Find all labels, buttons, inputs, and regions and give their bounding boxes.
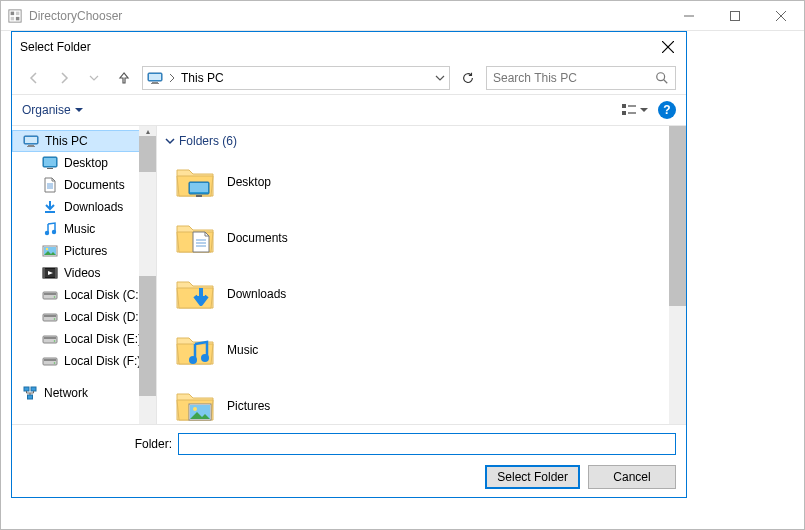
tree-scrollbar[interactable]: ▴ xyxy=(139,126,156,424)
tree-scroll-up-icon[interactable]: ▴ xyxy=(139,126,156,136)
svg-rect-6 xyxy=(731,11,740,20)
disk-icon xyxy=(42,309,58,325)
svg-rect-13 xyxy=(152,82,158,83)
svg-rect-26 xyxy=(44,158,56,166)
forward-button[interactable] xyxy=(52,66,76,90)
tree-item-local-disk-d-[interactable]: Local Disk (D:) xyxy=(12,306,156,328)
collapse-icon xyxy=(165,136,175,146)
tree-item-pictures[interactable]: Pictures xyxy=(12,240,156,262)
svg-rect-23 xyxy=(28,145,34,146)
refresh-button[interactable] xyxy=(456,66,480,90)
tree-item-local-disk-c-[interactable]: Local Disk (C:) xyxy=(12,284,156,306)
view-options-button[interactable] xyxy=(622,103,648,117)
folders-group-header[interactable]: Folders (6) xyxy=(157,126,686,154)
svg-rect-42 xyxy=(44,293,56,295)
maximize-button[interactable] xyxy=(712,1,758,31)
breadcrumb-sep-icon xyxy=(168,73,176,83)
select-folder-label: Select Folder xyxy=(497,470,568,484)
tree-item-local-disk-e-[interactable]: Local Disk (E:) xyxy=(12,328,156,350)
tree-item-local-disk-f-[interactable]: Local Disk (F:) xyxy=(12,350,156,372)
tree-scroll-thumb-2[interactable] xyxy=(139,276,156,396)
list-scrollbar[interactable] xyxy=(669,126,686,424)
svg-rect-57 xyxy=(190,183,208,192)
folder-item-desktop[interactable]: Desktop xyxy=(175,154,686,210)
cancel-label: Cancel xyxy=(613,470,650,484)
organise-menu[interactable]: Organise xyxy=(22,103,83,117)
close-button[interactable] xyxy=(758,1,804,31)
svg-rect-17 xyxy=(622,104,626,108)
folder-desktop-icon xyxy=(175,162,215,202)
list-scroll-thumb[interactable] xyxy=(669,126,686,306)
folder-list-pane[interactable]: Folders (6) DesktopDocumentsDownloadsMus… xyxy=(157,126,686,424)
nav-tree[interactable]: This PCDesktopDocumentsDownloadsMusicPic… xyxy=(12,126,157,424)
back-button[interactable] xyxy=(22,66,46,90)
svg-rect-51 xyxy=(44,359,56,361)
tree-item-network[interactable]: Network xyxy=(12,382,156,404)
tree-item-desktop[interactable]: Desktop xyxy=(12,152,156,174)
dialog-header: Select Folder xyxy=(12,32,686,62)
svg-rect-39 xyxy=(43,268,45,278)
app-window: DirectoryChooser Select Folder This PC xyxy=(0,0,805,530)
search-input[interactable] xyxy=(493,71,655,85)
tree-item-label: Documents xyxy=(64,178,125,192)
tree-scroll-thumb[interactable] xyxy=(139,136,156,172)
videos-icon xyxy=(42,265,58,281)
help-button[interactable]: ? xyxy=(658,101,676,119)
tree-item-label: Local Disk (C:) xyxy=(64,288,143,302)
svg-point-37 xyxy=(46,248,48,250)
app-title: DirectoryChooser xyxy=(1,8,122,24)
svg-line-16 xyxy=(664,80,668,84)
svg-rect-54 xyxy=(31,387,36,391)
tree-item-music[interactable]: Music xyxy=(12,218,156,240)
svg-point-49 xyxy=(54,340,56,342)
folder-name-input[interactable] xyxy=(178,433,676,455)
downloads-icon xyxy=(42,199,58,215)
svg-rect-12 xyxy=(149,74,161,80)
tree-item-label: Pictures xyxy=(64,244,107,258)
recent-dropdown[interactable] xyxy=(82,66,106,90)
tree-item-label: Downloads xyxy=(64,200,123,214)
folder-item-label: Music xyxy=(227,343,258,357)
cancel-button[interactable]: Cancel xyxy=(588,465,676,489)
folder-item-music[interactable]: Music xyxy=(175,322,686,378)
folder-item-downloads[interactable]: Downloads xyxy=(175,266,686,322)
pc-icon xyxy=(23,133,39,149)
folder-downloads-icon xyxy=(175,274,215,314)
svg-rect-14 xyxy=(151,83,159,84)
address-dropdown-icon[interactable] xyxy=(435,73,445,83)
svg-rect-3 xyxy=(11,16,15,20)
svg-rect-2 xyxy=(16,11,20,15)
minimize-button[interactable] xyxy=(666,1,712,31)
chevron-down-icon xyxy=(75,106,83,114)
svg-rect-48 xyxy=(44,337,56,339)
folder-field-label: Folder: xyxy=(22,437,172,451)
folder-item-label: Desktop xyxy=(227,175,271,189)
svg-rect-18 xyxy=(622,111,626,115)
app-icon xyxy=(7,8,23,24)
folder-item-pictures[interactable]: Pictures xyxy=(175,378,686,424)
dialog-close-button[interactable] xyxy=(658,37,678,57)
window-buttons xyxy=(666,1,804,31)
folder-item-label: Documents xyxy=(227,231,288,245)
svg-rect-27 xyxy=(47,168,53,169)
svg-rect-45 xyxy=(44,315,56,317)
documents-icon xyxy=(42,177,58,193)
select-folder-button[interactable]: Select Folder xyxy=(485,465,580,489)
folder-item-documents[interactable]: Documents xyxy=(175,210,686,266)
tree-item-label: Videos xyxy=(64,266,100,280)
address-bar[interactable]: This PC xyxy=(142,66,450,90)
tree-item-documents[interactable]: Documents xyxy=(12,174,156,196)
up-button[interactable] xyxy=(112,66,136,90)
tree-item-label: This PC xyxy=(45,134,88,148)
tree-item-this-pc[interactable]: This PC xyxy=(12,130,156,152)
tree-item-label: Music xyxy=(64,222,95,236)
tree-item-label: Desktop xyxy=(64,156,108,170)
svg-point-15 xyxy=(657,73,665,81)
dialog-title: Select Folder xyxy=(20,40,91,54)
svg-rect-22 xyxy=(25,137,37,143)
tree-item-downloads[interactable]: Downloads xyxy=(12,196,156,218)
address-location[interactable]: This PC xyxy=(181,71,224,85)
toolbar: Organise ? xyxy=(12,94,686,126)
tree-item-videos[interactable]: Videos xyxy=(12,262,156,284)
search-box[interactable] xyxy=(486,66,676,90)
